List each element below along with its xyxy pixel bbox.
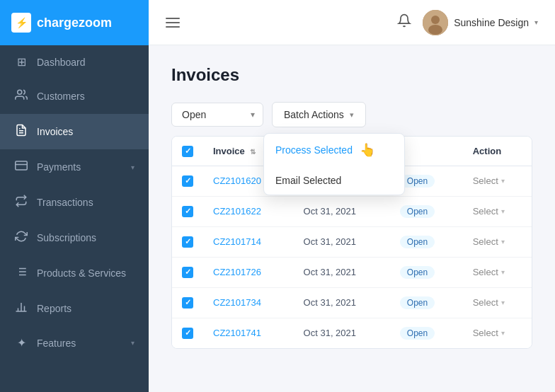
row-due-date: Oct 31, 2021 xyxy=(294,318,390,348)
user-name: Sunshine Design xyxy=(454,17,529,28)
select-all-checkbox[interactable] xyxy=(182,146,193,157)
row-checkbox[interactable] xyxy=(182,206,193,217)
batch-actions-button[interactable]: Batch Actions ▾ xyxy=(272,102,366,127)
page-title: Invoices xyxy=(171,65,532,85)
row-checkbox[interactable] xyxy=(182,328,193,339)
action-select-label[interactable]: Select xyxy=(473,267,498,277)
row-invoice-id: CZ2101726 xyxy=(203,257,294,287)
table-row: CZ2101622 Oct 31, 2021 Open Select ▾ xyxy=(172,196,532,226)
notification-bell-icon[interactable] xyxy=(397,13,411,31)
row-action-cell: Select ▾ xyxy=(463,287,532,318)
row-action-cell: Select ▾ xyxy=(463,226,532,257)
sidebar-item-features[interactable]: ✦ Features ▾ xyxy=(0,326,149,359)
status-badge: Open xyxy=(400,236,435,248)
subscriptions-icon xyxy=(14,230,28,246)
chevron-down-icon: ▾ xyxy=(350,110,354,120)
logo-icon: ⚡ xyxy=(11,13,31,33)
sidebar: ⚡ chargezoom ⊞ Dashboard Customers Invoi… xyxy=(0,0,149,392)
status-filter-select[interactable]: Open Closed All xyxy=(171,103,263,127)
process-selected-item[interactable]: Process Selected 👆 xyxy=(264,134,404,166)
invoice-link[interactable]: CZ2101734 xyxy=(213,297,261,308)
action-chevron-icon[interactable]: ▾ xyxy=(501,299,505,306)
row-checkbox-cell xyxy=(172,318,203,348)
status-badge: Open xyxy=(400,205,435,218)
row-checkbox[interactable] xyxy=(182,236,193,248)
action-select-wrap: Select ▾ xyxy=(473,175,505,186)
sidebar-item-dashboard[interactable]: ⊞ Dashboard xyxy=(0,45,149,79)
row-invoice-id: CZ2101714 xyxy=(203,226,294,257)
invoice-link[interactable]: CZ2101714 xyxy=(213,236,261,247)
sidebar-item-customers[interactable]: Customers xyxy=(0,79,149,114)
filter-select-wrapper[interactable]: Open Closed All xyxy=(171,103,263,127)
row-checkbox[interactable] xyxy=(182,297,193,309)
action-chevron-icon[interactable]: ▾ xyxy=(501,268,505,276)
sidebar-item-label: Dashboard xyxy=(37,57,135,68)
customers-icon xyxy=(14,88,28,104)
svg-rect-3 xyxy=(16,161,28,170)
sidebar-item-transactions[interactable]: Transactions xyxy=(0,185,149,220)
hamburger-line xyxy=(166,22,180,23)
row-due-date: Oct 31, 2021 xyxy=(294,226,390,257)
action-select-wrap: Select ▾ xyxy=(473,236,505,247)
email-selected-label: Email Selected xyxy=(275,175,341,186)
action-select-label[interactable]: Select xyxy=(473,206,498,217)
dashboard-icon: ⊞ xyxy=(14,55,28,69)
page-content: Invoices Open Closed All Batch Actions ▾ xyxy=(149,45,555,392)
logo[interactable]: ⚡ chargezoom xyxy=(0,0,149,45)
main-area: Sunshine Design ▾ Invoices Open Closed A… xyxy=(149,0,555,392)
row-checkbox-cell xyxy=(172,196,203,226)
action-chevron-icon[interactable]: ▾ xyxy=(501,329,505,337)
th-checkbox xyxy=(172,137,203,166)
action-chevron-icon[interactable]: ▾ xyxy=(501,238,505,246)
invoice-link[interactable]: CZ2101622 xyxy=(213,206,261,217)
row-due-date: Oct 31, 2021 xyxy=(294,196,390,226)
email-selected-item[interactable]: Email Selected xyxy=(264,166,404,195)
sidebar-item-payments[interactable]: Payments ▾ xyxy=(0,149,149,185)
table-row: CZ2101741 Oct 31, 2021 Open Select ▾ xyxy=(172,318,532,348)
row-action-cell: Select ▾ xyxy=(463,166,532,196)
row-checkbox[interactable] xyxy=(182,267,193,278)
svg-point-16 xyxy=(431,16,440,24)
sidebar-item-invoices[interactable]: Invoices xyxy=(0,114,149,149)
header-left xyxy=(166,18,180,28)
row-status: Open xyxy=(390,196,463,226)
sidebar-item-products[interactable]: Products & Services xyxy=(0,255,149,291)
sort-icon[interactable]: ⇅ xyxy=(250,148,256,156)
row-status: Open xyxy=(390,226,463,257)
hamburger-line xyxy=(166,18,180,19)
hamburger-menu[interactable] xyxy=(166,18,180,28)
sidebar-item-reports[interactable]: Reports xyxy=(0,291,149,326)
invoice-link[interactable]: CZ2101620 xyxy=(213,175,261,186)
svg-point-17 xyxy=(428,25,442,35)
sidebar-item-label: Customers xyxy=(37,91,135,102)
table-row: CZ2101734 Oct 31, 2021 Open Select ▾ xyxy=(172,287,532,318)
chevron-down-icon: ▾ xyxy=(534,18,538,26)
action-select-label[interactable]: Select xyxy=(473,175,498,186)
action-select-label[interactable]: Select xyxy=(473,236,498,247)
top-header: Sunshine Design ▾ xyxy=(149,0,555,45)
action-select-label[interactable]: Select xyxy=(473,328,498,338)
table-row: CZ2101726 Oct 31, 2021 Open Select ▾ xyxy=(172,257,532,287)
status-badge: Open xyxy=(400,327,435,340)
invoice-link[interactable]: CZ2101726 xyxy=(213,267,261,277)
hamburger-line xyxy=(166,26,180,28)
toolbar: Open Closed All Batch Actions ▾ Process … xyxy=(171,102,532,127)
action-chevron-icon[interactable]: ▾ xyxy=(501,207,505,215)
batch-dropdown-menu: Process Selected 👆 Email Selected xyxy=(263,133,405,195)
chevron-down-icon: ▾ xyxy=(131,163,135,171)
action-select-wrap: Select ▾ xyxy=(473,267,505,277)
reports-icon xyxy=(14,301,28,316)
row-action-cell: Select ▾ xyxy=(463,196,532,226)
invoices-icon xyxy=(14,124,28,139)
row-invoice-id: CZ2101734 xyxy=(203,287,294,318)
th-action: Action xyxy=(463,137,532,166)
action-select-label[interactable]: Select xyxy=(473,297,498,308)
action-chevron-icon[interactable]: ▾ xyxy=(501,177,505,185)
sidebar-item-label: Payments xyxy=(37,161,122,173)
sidebar-item-subscriptions[interactable]: Subscriptions xyxy=(0,220,149,255)
user-profile[interactable]: Sunshine Design ▾ xyxy=(423,10,538,35)
invoice-link[interactable]: CZ2101741 xyxy=(213,328,261,338)
payments-icon xyxy=(14,159,28,175)
row-status: Open xyxy=(390,287,463,318)
row-checkbox[interactable] xyxy=(182,175,193,187)
